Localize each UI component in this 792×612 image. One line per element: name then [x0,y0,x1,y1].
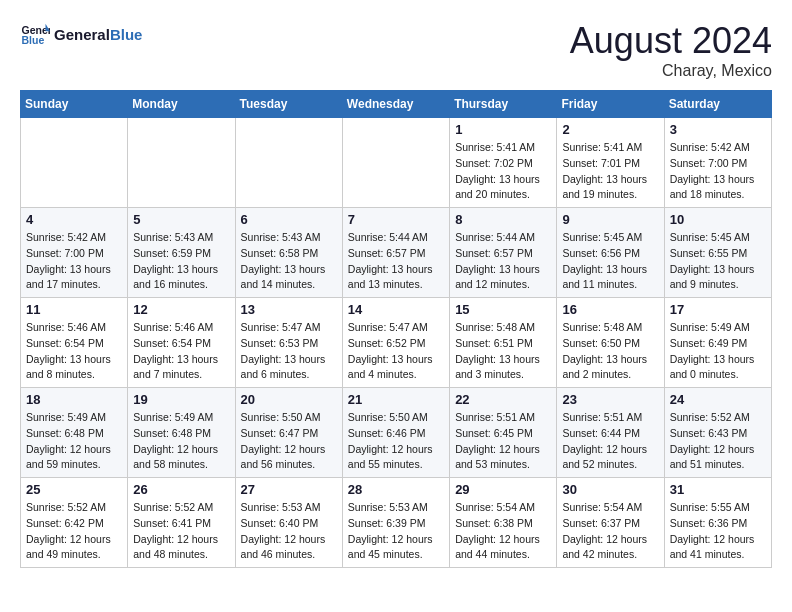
day-number: 27 [241,482,337,497]
day-number: 6 [241,212,337,227]
day-info: Sunrise: 5:52 AMSunset: 6:43 PMDaylight:… [670,410,766,473]
day-number: 15 [455,302,551,317]
title-block: August 2024 Charay, Mexico [570,20,772,80]
calendar-cell: 7Sunrise: 5:44 AMSunset: 6:57 PMDaylight… [342,208,449,298]
day-number: 1 [455,122,551,137]
calendar-cell: 21Sunrise: 5:50 AMSunset: 6:46 PMDayligh… [342,388,449,478]
calendar-cell: 14Sunrise: 5:47 AMSunset: 6:52 PMDayligh… [342,298,449,388]
day-number: 11 [26,302,122,317]
calendar-cell: 2Sunrise: 5:41 AMSunset: 7:01 PMDaylight… [557,118,664,208]
calendar-cell: 23Sunrise: 5:51 AMSunset: 6:44 PMDayligh… [557,388,664,478]
day-info: Sunrise: 5:49 AMSunset: 6:48 PMDaylight:… [26,410,122,473]
calendar-cell: 22Sunrise: 5:51 AMSunset: 6:45 PMDayligh… [450,388,557,478]
day-info: Sunrise: 5:52 AMSunset: 6:42 PMDaylight:… [26,500,122,563]
day-info: Sunrise: 5:49 AMSunset: 6:48 PMDaylight:… [133,410,229,473]
day-info: Sunrise: 5:47 AMSunset: 6:53 PMDaylight:… [241,320,337,383]
day-number: 4 [26,212,122,227]
calendar-cell: 31Sunrise: 5:55 AMSunset: 6:36 PMDayligh… [664,478,771,568]
calendar-cell: 1Sunrise: 5:41 AMSunset: 7:02 PMDaylight… [450,118,557,208]
calendar-cell [128,118,235,208]
day-number: 8 [455,212,551,227]
calendar-cell: 24Sunrise: 5:52 AMSunset: 6:43 PMDayligh… [664,388,771,478]
day-header-monday: Monday [128,91,235,118]
calendar-cell: 13Sunrise: 5:47 AMSunset: 6:53 PMDayligh… [235,298,342,388]
day-number: 16 [562,302,658,317]
day-number: 9 [562,212,658,227]
calendar-cell: 28Sunrise: 5:53 AMSunset: 6:39 PMDayligh… [342,478,449,568]
logo-icon: General Blue [20,20,50,50]
day-info: Sunrise: 5:42 AMSunset: 7:00 PMDaylight:… [670,140,766,203]
day-number: 2 [562,122,658,137]
logo-general: General [54,26,110,43]
day-number: 30 [562,482,658,497]
calendar-cell: 29Sunrise: 5:54 AMSunset: 6:38 PMDayligh… [450,478,557,568]
day-info: Sunrise: 5:53 AMSunset: 6:39 PMDaylight:… [348,500,444,563]
day-header-tuesday: Tuesday [235,91,342,118]
calendar-header-row: SundayMondayTuesdayWednesdayThursdayFrid… [21,91,772,118]
day-number: 17 [670,302,766,317]
day-header-sunday: Sunday [21,91,128,118]
day-number: 29 [455,482,551,497]
day-number: 24 [670,392,766,407]
day-number: 26 [133,482,229,497]
day-info: Sunrise: 5:51 AMSunset: 6:45 PMDaylight:… [455,410,551,473]
day-number: 12 [133,302,229,317]
day-header-thursday: Thursday [450,91,557,118]
day-number: 19 [133,392,229,407]
day-info: Sunrise: 5:44 AMSunset: 6:57 PMDaylight:… [348,230,444,293]
logo: General Blue GeneralBlue [20,20,142,50]
calendar-cell: 8Sunrise: 5:44 AMSunset: 6:57 PMDaylight… [450,208,557,298]
day-number: 31 [670,482,766,497]
day-info: Sunrise: 5:46 AMSunset: 6:54 PMDaylight:… [26,320,122,383]
day-info: Sunrise: 5:47 AMSunset: 6:52 PMDaylight:… [348,320,444,383]
day-info: Sunrise: 5:42 AMSunset: 7:00 PMDaylight:… [26,230,122,293]
day-info: Sunrise: 5:41 AMSunset: 7:02 PMDaylight:… [455,140,551,203]
day-header-saturday: Saturday [664,91,771,118]
day-info: Sunrise: 5:48 AMSunset: 6:51 PMDaylight:… [455,320,551,383]
calendar-cell: 15Sunrise: 5:48 AMSunset: 6:51 PMDayligh… [450,298,557,388]
day-info: Sunrise: 5:55 AMSunset: 6:36 PMDaylight:… [670,500,766,563]
calendar-cell: 19Sunrise: 5:49 AMSunset: 6:48 PMDayligh… [128,388,235,478]
calendar-cell: 11Sunrise: 5:46 AMSunset: 6:54 PMDayligh… [21,298,128,388]
location: Charay, Mexico [570,62,772,80]
day-number: 28 [348,482,444,497]
calendar-cell [21,118,128,208]
day-number: 13 [241,302,337,317]
day-info: Sunrise: 5:45 AMSunset: 6:55 PMDaylight:… [670,230,766,293]
calendar-cell: 5Sunrise: 5:43 AMSunset: 6:59 PMDaylight… [128,208,235,298]
calendar-cell [342,118,449,208]
calendar-cell [235,118,342,208]
svg-text:Blue: Blue [22,34,45,46]
calendar-cell: 9Sunrise: 5:45 AMSunset: 6:56 PMDaylight… [557,208,664,298]
logo-blue: Blue [110,26,143,43]
calendar-cell: 4Sunrise: 5:42 AMSunset: 7:00 PMDaylight… [21,208,128,298]
calendar-table: SundayMondayTuesdayWednesdayThursdayFrid… [20,90,772,568]
day-info: Sunrise: 5:44 AMSunset: 6:57 PMDaylight:… [455,230,551,293]
day-header-friday: Friday [557,91,664,118]
day-number: 20 [241,392,337,407]
calendar-cell: 26Sunrise: 5:52 AMSunset: 6:41 PMDayligh… [128,478,235,568]
calendar-cell: 6Sunrise: 5:43 AMSunset: 6:58 PMDaylight… [235,208,342,298]
day-number: 3 [670,122,766,137]
calendar-cell: 3Sunrise: 5:42 AMSunset: 7:00 PMDaylight… [664,118,771,208]
day-info: Sunrise: 5:45 AMSunset: 6:56 PMDaylight:… [562,230,658,293]
day-info: Sunrise: 5:48 AMSunset: 6:50 PMDaylight:… [562,320,658,383]
day-number: 14 [348,302,444,317]
day-number: 25 [26,482,122,497]
calendar-week-2: 4Sunrise: 5:42 AMSunset: 7:00 PMDaylight… [21,208,772,298]
day-number: 22 [455,392,551,407]
day-info: Sunrise: 5:54 AMSunset: 6:37 PMDaylight:… [562,500,658,563]
month-year: August 2024 [570,20,772,62]
calendar-cell: 10Sunrise: 5:45 AMSunset: 6:55 PMDayligh… [664,208,771,298]
calendar-cell: 25Sunrise: 5:52 AMSunset: 6:42 PMDayligh… [21,478,128,568]
page-header: General Blue GeneralBlue August 2024 Cha… [20,20,772,80]
calendar-week-5: 25Sunrise: 5:52 AMSunset: 6:42 PMDayligh… [21,478,772,568]
day-info: Sunrise: 5:54 AMSunset: 6:38 PMDaylight:… [455,500,551,563]
day-info: Sunrise: 5:49 AMSunset: 6:49 PMDaylight:… [670,320,766,383]
day-info: Sunrise: 5:46 AMSunset: 6:54 PMDaylight:… [133,320,229,383]
calendar-cell: 12Sunrise: 5:46 AMSunset: 6:54 PMDayligh… [128,298,235,388]
day-number: 23 [562,392,658,407]
calendar-cell: 18Sunrise: 5:49 AMSunset: 6:48 PMDayligh… [21,388,128,478]
day-info: Sunrise: 5:43 AMSunset: 6:58 PMDaylight:… [241,230,337,293]
day-number: 7 [348,212,444,227]
